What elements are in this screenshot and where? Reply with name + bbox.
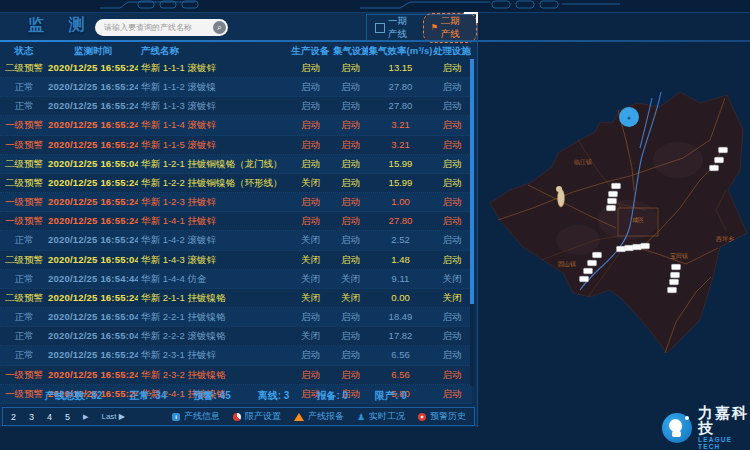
cell-c1: 2020/12/25 16:55:04 — [48, 308, 138, 326]
site-marker[interactable] — [609, 191, 618, 197]
table-row[interactable]: 正常2020/12/25 16:55:24华新 1-4-2 滚镀锌关闭启动2.5… — [0, 231, 472, 250]
table-row[interactable]: 正常2020/12/25 16:55:04华新 2-2-1 挂镀镍铬启动启动18… — [0, 308, 472, 327]
cell-c2: 华新 1-4-1 挂镀锌 — [138, 212, 288, 230]
last-page-button[interactable]: Last ▶ — [101, 412, 125, 421]
table-row[interactable]: 一级预警2020/12/25 16:55:24华新 1-2-3 挂镀锌启动启动1… — [0, 193, 472, 212]
cell-c1: 2020/12/25 16:55:24 — [48, 366, 138, 384]
site-marker[interactable] — [588, 260, 597, 266]
cell-c1: 2020/12/25 16:55:24 — [48, 289, 138, 307]
site-marker[interactable] — [670, 279, 679, 285]
cell-c2: 华新 1-1-2 滚镀镍 — [138, 78, 288, 96]
cell-c5: 15.99 — [368, 174, 433, 192]
summary-item: 预警: 45 — [193, 389, 230, 403]
table-row[interactable]: 正常2020/12/25 16:54:44华新 1-4-4 仿金关闭关闭9.11… — [0, 270, 472, 289]
table-row[interactable]: 正常2020/12/25 16:55:04华新 2-2-2 滚镀镍铬关闭启动17… — [0, 327, 472, 346]
cell-c4: 启动 — [333, 193, 368, 211]
site-marker[interactable] — [593, 252, 602, 258]
cell-c6: 启动 — [433, 212, 471, 230]
site-marker[interactable] — [584, 268, 593, 274]
cell-c4: 关闭 — [333, 289, 368, 307]
table-row[interactable]: 一级预警2020/12/25 16:55:24华新 2-3-2 挂镀镍铬启动启动… — [0, 366, 472, 385]
monitoring-dashboard: 监 测 ⌕ 一期产线 ⚑ 二期产线 状态监测时间产线名称生产设备集气设施集气效率… — [0, 0, 750, 450]
column-header: 状态 — [0, 43, 48, 58]
page-number[interactable]: 2 — [11, 412, 16, 422]
search-input[interactable] — [95, 23, 213, 32]
site-marker[interactable] — [719, 147, 728, 153]
site-marker[interactable] — [641, 243, 650, 249]
cell-c6: 启动 — [433, 78, 471, 96]
cell-c1: 2020/12/25 16:55:24 — [48, 231, 138, 249]
table-row[interactable]: 一级预警2020/12/25 16:55:24华新 1-1-5 滚镀锌启动启动3… — [0, 136, 472, 155]
site-marker[interactable] — [625, 245, 634, 251]
next-page-button[interactable]: ▶ — [83, 413, 88, 421]
site-marker[interactable] — [580, 276, 589, 282]
table-row[interactable]: 正常2020/12/25 16:55:24华新 1-1-3 滚镀锌启动启动27.… — [0, 97, 472, 116]
table-row[interactable]: 二级预警2020/12/25 16:55:04华新 1-2-1 挂镀铜镍铬（龙门… — [0, 155, 472, 174]
table-row[interactable]: 二级预警2020/12/25 16:55:24华新 2-1-1 挂镀镍铬关闭关闭… — [0, 289, 472, 308]
table-row[interactable]: 正常2020/12/25 16:55:24华新 2-3-1 挂镀锌启动启动6.5… — [0, 346, 472, 365]
table-row[interactable]: 二级预警2020/12/25 16:55:24华新 1-2-2 挂镀铜镍铬（环形… — [0, 174, 472, 193]
cell-c6: 启动 — [433, 346, 471, 364]
cell-c4: 启动 — [333, 59, 368, 77]
summary-item: 离线: 3 — [258, 389, 290, 403]
site-marker[interactable] — [612, 183, 621, 189]
site-marker[interactable] — [668, 287, 677, 293]
cell-c2: 华新 2-2-2 滚镀镍铬 — [138, 327, 288, 345]
cell-c2: 华新 1-1-4 滚镀锌 — [138, 116, 288, 134]
legend-item[interactable]: 限产设置 — [233, 410, 281, 423]
cell-c6: 关闭 — [433, 270, 471, 288]
cell-c2: 华新 2-3-1 挂镀锌 — [138, 346, 288, 364]
cell-c0: 二级预警 — [0, 155, 48, 173]
alarm-dot-icon — [418, 413, 426, 421]
page-number[interactable]: 4 — [47, 412, 52, 422]
cell-c3: 启动 — [288, 308, 333, 326]
site-marker[interactable] — [617, 246, 626, 252]
warning-triangle-icon — [294, 413, 304, 421]
cell-c4: 启动 — [333, 366, 368, 384]
page-number[interactable]: 5 — [65, 412, 70, 422]
cell-c2: 华新 1-4-2 滚镀锌 — [138, 231, 288, 249]
cell-c6: 启动 — [433, 59, 471, 77]
search-icon[interactable]: ⌕ — [213, 21, 226, 34]
cell-c4: 启动 — [333, 308, 368, 326]
summary-item: 限产: 0 — [375, 389, 407, 403]
site-marker[interactable] — [710, 165, 719, 171]
cell-c3: 启动 — [288, 136, 333, 154]
site-marker[interactable] — [671, 272, 680, 278]
phase1-checkbox[interactable]: 一期产线 — [375, 15, 416, 41]
cell-c0: 一级预警 — [0, 193, 48, 211]
column-header: 产线名称 — [138, 43, 288, 58]
cell-c3: 启动 — [288, 346, 333, 364]
site-marker[interactable] — [608, 198, 617, 204]
cell-c6: 启动 — [433, 193, 471, 211]
cell-c5: 27.80 — [368, 212, 433, 230]
page-number[interactable]: 3 — [29, 412, 34, 422]
pagination: 2345▶Last ▶ — [11, 412, 125, 422]
site-marker[interactable] — [633, 244, 642, 250]
table-row[interactable]: 一级预警2020/12/25 16:55:24华新 1-4-1 挂镀锌启动启动2… — [0, 212, 472, 231]
scrollbar-thumb[interactable] — [470, 59, 474, 304]
place-label: 临江镇 — [574, 159, 592, 166]
cell-c5: 17.82 — [368, 327, 433, 345]
legend-item[interactable]: 预警历史 — [418, 410, 466, 423]
cell-c2: 华新 1-2-2 挂镀铜镍铬（环形线） — [138, 174, 288, 192]
legend-item[interactable]: i产线信息 — [172, 410, 220, 423]
table-row[interactable]: 二级预警2020/12/25 16:55:04华新 1-4-3 滚镀锌关闭启动1… — [0, 251, 472, 270]
cell-c5: 1.00 — [368, 193, 433, 211]
site-marker[interactable] — [607, 205, 616, 211]
table-row[interactable]: 二级预警2020/12/25 16:55:24华新 1-1-1 滚镀锌启动启动1… — [0, 59, 472, 78]
district-map[interactable]: 城区临江镇西坪乡固山镇宝田镇 — [478, 40, 750, 432]
alert-bubble-dot — [627, 116, 630, 119]
site-marker[interactable] — [715, 157, 724, 163]
cell-c3: 关闭 — [288, 174, 333, 192]
table-row[interactable]: 一级预警2020/12/25 16:55:24华新 1-1-4 滚镀锌启动启动3… — [0, 116, 472, 135]
legend-item[interactable]: 产线报备 — [294, 410, 344, 423]
cell-c1: 2020/12/25 16:55:04 — [48, 327, 138, 345]
legend-item[interactable]: ♟实时工况 — [357, 410, 405, 423]
cell-c3: 关闭 — [288, 251, 333, 269]
cell-c2: 华新 2-3-2 挂镀镍铬 — [138, 366, 288, 384]
place-label: 宝田镇 — [670, 252, 688, 260]
table-row[interactable]: 正常2020/12/25 16:55:24华新 1-1-2 滚镀镍启动启动27.… — [0, 78, 472, 97]
site-marker[interactable] — [672, 264, 681, 270]
cell-c3: 启动 — [288, 366, 333, 384]
